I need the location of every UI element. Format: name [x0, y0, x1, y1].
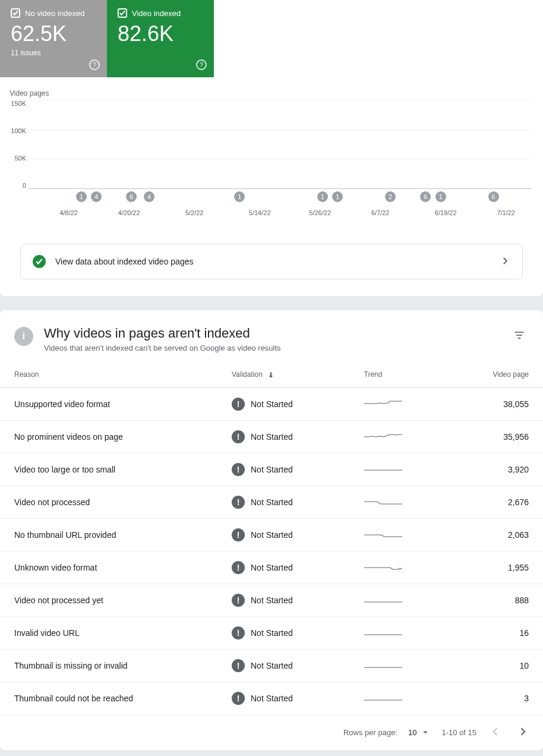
next-page-button[interactable] — [514, 723, 531, 742]
reason-cell: No thumbnail URL provided — [0, 518, 217, 551]
exclamation-icon: ! — [232, 463, 245, 476]
trend-cell — [350, 584, 448, 616]
validation-cell: ! Not Started — [217, 649, 350, 682]
view-link-text: View data about indexed video pages — [55, 257, 490, 266]
help-icon[interactable]: ? — [89, 59, 100, 70]
exclamation-icon: ! — [232, 430, 245, 443]
exclamation-icon: ! — [232, 561, 245, 574]
svg-rect-0 — [515, 332, 524, 333]
trend-cell — [350, 486, 448, 518]
card-label: Video indexed — [132, 9, 181, 18]
card-issues: 11 issues — [11, 49, 96, 57]
trend-cell — [350, 453, 448, 486]
table-row[interactable]: Video not processed ! Not Started 2,676 — [0, 486, 543, 518]
table-row[interactable]: Unsupported video format ! Not Started 3… — [0, 388, 543, 420]
checkbox-checked-icon — [11, 8, 20, 18]
pages-cell: 35,956 — [448, 420, 543, 453]
dropdown-icon — [420, 727, 431, 738]
info-icon: i — [14, 327, 33, 346]
pages-cell: 38,055 — [448, 388, 543, 420]
trend-cell — [350, 649, 448, 682]
table-row[interactable]: No thumbnail URL provided ! Not Started … — [0, 518, 543, 551]
pages-cell: 2,063 — [448, 518, 543, 551]
chart-y-axis: 150K100K50K0 — [10, 100, 29, 189]
reason-cell: No prominent videos on page — [0, 420, 217, 453]
section-sub: Videos that aren't indexed can't be serv… — [44, 344, 499, 352]
pages-cell: 3,920 — [448, 453, 543, 486]
checkbox-checked-icon — [118, 8, 127, 18]
validation-cell: ! Not Started — [217, 616, 350, 649]
chart-y-title: Video pages — [10, 89, 531, 97]
chart-annotations: 14641112616 — [29, 191, 531, 203]
pages-cell: 2,676 — [448, 486, 543, 518]
card-no-video-indexed[interactable]: No video indexed 62.5K 11 issues ? — [0, 0, 107, 77]
validation-cell: ! Not Started — [217, 420, 350, 453]
rows-per-page-label: Rows per page: — [343, 728, 397, 737]
table-row[interactable]: No prominent videos on page ! Not Starte… — [0, 420, 543, 453]
check-circle-icon — [33, 255, 46, 268]
pages-cell: 16 — [448, 616, 543, 649]
exclamation-icon: ! — [232, 398, 245, 411]
exclamation-icon: ! — [232, 594, 245, 607]
view-indexed-link[interactable]: View data about indexed video pages — [20, 244, 523, 279]
col-validation[interactable]: Validation — [217, 362, 350, 388]
svg-rect-1 — [516, 335, 522, 336]
table-row[interactable]: Thumbnail could not be reached ! Not Sta… — [0, 682, 543, 714]
chevron-right-icon — [500, 256, 510, 268]
table-row[interactable]: Unknown video format ! Not Started 1,955 — [0, 551, 543, 584]
validation-cell: ! Not Started — [217, 518, 350, 551]
reason-cell: Thumbnail is missing or invalid — [0, 649, 217, 682]
chart-plot — [29, 100, 531, 189]
trend-cell — [350, 551, 448, 584]
trend-cell — [350, 616, 448, 649]
col-trend[interactable]: Trend — [350, 362, 448, 388]
filter-button[interactable] — [510, 326, 529, 346]
reason-cell: Video not processed yet — [0, 584, 217, 616]
pages-cell: 10 — [448, 649, 543, 682]
table-row[interactable]: Video not processed yet ! Not Started 88… — [0, 584, 543, 616]
card-label: No video indexed — [25, 9, 84, 18]
validation-cell: ! Not Started — [217, 682, 350, 714]
reason-cell: Unknown video format — [0, 551, 217, 584]
validation-cell: ! Not Started — [217, 486, 350, 518]
issues-table: Reason Validation Trend Video page Unsup… — [0, 362, 543, 715]
table-row[interactable]: Video too large or too small ! Not Start… — [0, 453, 543, 486]
validation-cell: ! Not Started — [217, 584, 350, 616]
reason-cell: Invalid video URL — [0, 616, 217, 649]
reason-cell: Video not processed — [0, 486, 217, 518]
card-video-indexed[interactable]: Video indexed 82.6K ? — [107, 0, 214, 77]
exclamation-icon: ! — [232, 659, 245, 672]
reason-cell: Unsupported video format — [0, 388, 217, 420]
card-value: 62.5K — [11, 21, 96, 46]
col-reason[interactable]: Reason — [0, 362, 217, 388]
trend-cell — [350, 388, 448, 420]
prev-page-button[interactable] — [487, 723, 504, 742]
trend-cell — [350, 420, 448, 453]
pages-cell: 888 — [448, 584, 543, 616]
sort-down-icon — [267, 371, 275, 379]
table-row[interactable]: Invalid video URL ! Not Started 16 — [0, 616, 543, 649]
reason-cell: Thumbnail could not be reached — [0, 682, 217, 714]
exclamation-icon: ! — [232, 528, 245, 541]
chart-x-axis: 4/8/224/20/225/2/225/14/225/26/226/7/226… — [29, 209, 531, 220]
pagination-range: 1-10 of 15 — [441, 728, 476, 737]
exclamation-icon: ! — [232, 496, 245, 509]
help-icon[interactable]: ? — [196, 59, 207, 70]
section-title: Why videos in pages aren't indexed — [44, 326, 499, 341]
reason-cell: Video too large or too small — [0, 453, 217, 486]
exclamation-icon: ! — [232, 626, 245, 640]
exclamation-icon: ! — [232, 692, 245, 705]
rows-per-page-select[interactable]: 10 — [408, 727, 431, 738]
table-row[interactable]: Thumbnail is missing or invalid ! Not St… — [0, 649, 543, 682]
trend-cell — [350, 518, 448, 551]
card-value: 82.6K — [118, 21, 203, 46]
pages-cell: 1,955 — [448, 551, 543, 584]
validation-cell: ! Not Started — [217, 551, 350, 584]
pages-cell: 3 — [448, 682, 543, 714]
svg-rect-2 — [518, 338, 521, 339]
col-pages[interactable]: Video page — [448, 362, 543, 388]
trend-cell — [350, 682, 448, 714]
validation-cell: ! Not Started — [217, 388, 350, 420]
validation-cell: ! Not Started — [217, 453, 350, 486]
